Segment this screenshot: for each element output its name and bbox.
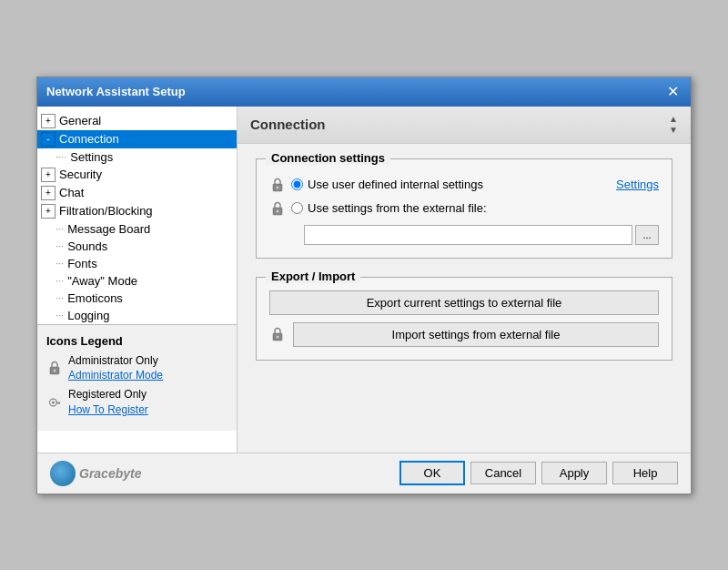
sidebar-item-general[interactable]: + General [37, 112, 237, 130]
content-header: Connection ▲ ▼ [238, 107, 691, 144]
sidebar-item-logging[interactable]: ··· Logging [37, 307, 237, 324]
sidebar-item-messageboard[interactable]: ··· Message Board [37, 220, 237, 238]
window-title: Network Assistant Setup [46, 85, 186, 98]
import-button[interactable]: Import settings from external file [293, 322, 659, 347]
sidebar: + General - Connection ···· Settings + S… [37, 107, 238, 453]
scroll-arrows: ▲ ▼ [669, 114, 678, 136]
icons-legend: Icons Legend Administrator Only Administ… [37, 324, 237, 431]
sidebar-label-general: General [59, 114, 101, 127]
sidebar-label-sounds: Sounds [67, 239, 107, 253]
content-inner: Connection settings Use user defined int… [238, 144, 691, 453]
export-button[interactable]: Export current settings to external file [269, 290, 659, 315]
dialog-body: + General - Connection ···· Settings + S… [37, 107, 691, 453]
sidebar-item-sounds[interactable]: ··· Sounds [37, 238, 237, 255]
legend-registered-text: Registered Only [68, 388, 147, 401]
legend-registered-link[interactable]: How To Register [68, 402, 148, 418]
ok-button[interactable]: OK [399, 461, 465, 485]
browse-button[interactable]: ... [635, 225, 659, 245]
sidebar-item-security[interactable]: + Security [37, 166, 237, 184]
expander-connection[interactable]: - [41, 132, 56, 147]
lock-import-icon [269, 325, 286, 343]
dash-settings: ···· [56, 151, 66, 162]
radio-internal-label: Use user defined internal settings [308, 178, 483, 191]
sidebar-label-logging: Logging [67, 309, 109, 322]
lock-admin-icon [46, 359, 63, 377]
expander-general[interactable]: + [41, 114, 56, 128]
watermark-globe-icon [50, 461, 76, 486]
sidebar-label-fonts: Fonts [67, 257, 97, 270]
export-import-title: Export / Import [266, 270, 360, 283]
sidebar-item-chat[interactable]: + Chat [37, 184, 237, 202]
sidebar-label-emoticons: Emoticons [67, 291, 123, 305]
scroll-up-icon: ▲ [669, 114, 678, 125]
sidebar-label-security: Security [59, 168, 102, 181]
connection-settings-group: Connection settings Use user defined int… [256, 158, 672, 259]
title-bar: Network Assistant Setup ✕ [37, 77, 691, 107]
radio-internal[interactable] [291, 178, 303, 190]
expander-filtration[interactable]: + [41, 204, 56, 219]
watermark: Gracebyte [50, 461, 394, 486]
legend-title: Icons Legend [46, 334, 228, 348]
scroll-down-icon: ▼ [669, 125, 678, 136]
sidebar-item-connection[interactable]: - Connection [37, 130, 237, 148]
legend-admin-text: Administrator Only [68, 354, 158, 367]
content-header-title: Connection [250, 117, 326, 132]
apply-button[interactable]: Apply [541, 462, 607, 484]
sidebar-item-emoticons[interactable]: ··· Emoticons [37, 290, 237, 307]
lock-external-icon [269, 199, 286, 218]
radio-external-label: Use settings from the external file: [308, 201, 487, 215]
sidebar-label-connection: Connection [59, 132, 119, 146]
import-row: Import settings from external file [269, 322, 659, 347]
legend-item-registered: Registered Only How To Register [46, 387, 228, 418]
sidebar-item-awaymode[interactable]: ··· "Away" Mode [37, 272, 237, 290]
close-button[interactable]: ✕ [663, 83, 682, 101]
sidebar-label-awaymode: "Away" Mode [67, 274, 137, 288]
sidebar-item-filtration[interactable]: + Filtration/Blocking [37, 202, 237, 220]
connection-settings-title: Connection settings [266, 151, 390, 165]
help-button[interactable]: Help [612, 462, 678, 484]
watermark-text: Gracebyte [79, 466, 141, 481]
sidebar-label-chat: Chat [59, 186, 84, 199]
settings-link[interactable]: Settings [616, 178, 659, 191]
sidebar-label-messageboard: Message Board [67, 222, 150, 236]
dialog-footer: Gracebyte OK Cancel Apply Help [37, 453, 691, 494]
radio-row-external: Use settings from the external file: [269, 199, 659, 218]
expander-security[interactable]: + [41, 168, 56, 182]
sidebar-item-settings[interactable]: ···· Settings [37, 148, 237, 166]
lock-registered-icon [46, 393, 63, 412]
legend-admin-link[interactable]: Administrator Mode [68, 368, 163, 383]
connection-settings-content: Use user defined internal settings Setti… [269, 176, 659, 245]
radio-row-internal: Use user defined internal settings Setti… [269, 176, 659, 194]
sidebar-label-filtration: Filtration/Blocking [59, 204, 153, 218]
cancel-button[interactable]: Cancel [470, 462, 536, 484]
export-import-group: Export / Import Export current settings … [256, 277, 672, 361]
sidebar-item-fonts[interactable]: ··· Fonts [37, 255, 237, 272]
lock-internal-icon [269, 176, 286, 194]
radio-external[interactable] [291, 202, 303, 214]
file-input-row: ... [304, 225, 659, 245]
content-area: Connection ▲ ▼ Connection settings [238, 107, 691, 453]
expander-chat[interactable]: + [41, 186, 56, 200]
export-import-content: Export current settings to external file… [269, 290, 659, 347]
sidebar-label-settings: Settings [70, 150, 113, 164]
main-dialog: Network Assistant Setup ✕ + General - Co… [36, 76, 692, 494]
legend-item-admin: Administrator Only Administrator Mode [46, 353, 228, 384]
file-path-input[interactable] [304, 225, 632, 245]
